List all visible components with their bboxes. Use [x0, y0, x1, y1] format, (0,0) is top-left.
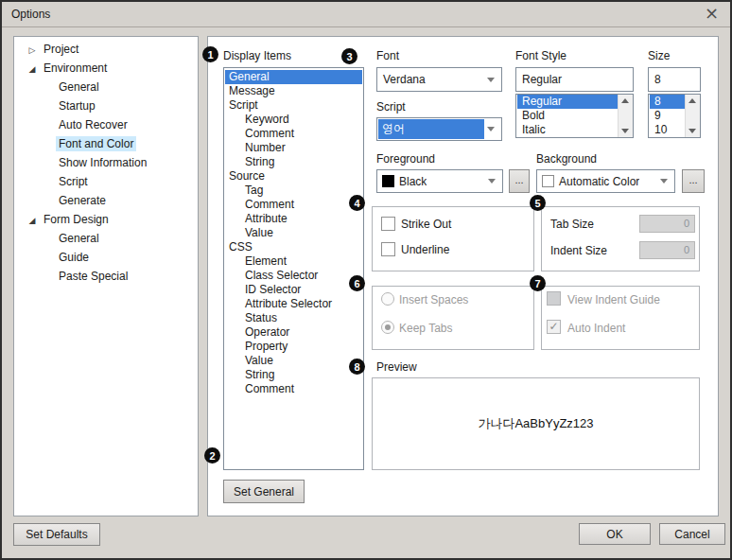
badge-4: 4 [349, 195, 365, 211]
chevron-down-icon [660, 179, 668, 184]
tree-item-form-design[interactable]: ◢Form Design [14, 210, 207, 229]
insert-spaces-label: Insert Spaces [399, 293, 468, 307]
list-option[interactable]: 9 [650, 109, 685, 123]
view-indent-guide-label: View Indent Guide [567, 293, 660, 307]
display-item[interactable]: Operator [225, 325, 362, 340]
script-select[interactable]: 영어 [376, 117, 502, 141]
display-item[interactable]: Value [225, 354, 362, 368]
scroll-up-icon[interactable] [688, 98, 696, 103]
display-item[interactable]: Value [225, 226, 362, 240]
ok-button[interactable]: OK [579, 523, 651, 545]
display-items-list[interactable]: GeneralMessageScriptKeywordCommentNumber… [223, 67, 364, 470]
tree-expanded-icon[interactable]: ◢ [24, 211, 41, 230]
chevron-down-icon [487, 127, 495, 131]
display-item[interactable]: Number [225, 141, 362, 155]
scroll-up-icon[interactable] [621, 98, 629, 103]
size-input[interactable]: 8 [648, 67, 701, 92]
font-style-input[interactable]: Regular [515, 67, 634, 92]
auto-indent-label: Auto Indent [567, 322, 625, 336]
list-option[interactable]: Italic [517, 123, 618, 137]
display-item[interactable]: Keyword [225, 113, 362, 127]
display-item[interactable]: String [225, 155, 362, 169]
font-style-scrollbar[interactable] [618, 95, 633, 137]
preview-sample-text: 가나다AaBbYyZz123 [478, 415, 593, 432]
display-item[interactable]: Comment [225, 127, 362, 141]
set-general-button[interactable]: Set General [223, 480, 305, 503]
scroll-down-icon[interactable] [621, 129, 629, 133]
font-style-value: Regular [516, 73, 562, 86]
underline-checkbox[interactable] [381, 242, 395, 256]
display-item[interactable]: Comment [225, 198, 362, 212]
strike-out-checkbox[interactable] [381, 217, 395, 231]
tree-expanded-icon[interactable]: ◢ [24, 60, 41, 79]
tree-item-label: Generate [56, 193, 109, 208]
display-item[interactable]: General [225, 70, 362, 84]
display-item[interactable]: Attribute Selector [225, 297, 362, 311]
view-indent-guide-checkbox[interactable] [547, 291, 561, 306]
display-item[interactable]: Status [225, 311, 362, 325]
font-family-value: Verdana [377, 73, 426, 86]
tree-item-general[interactable]: General [14, 229, 239, 248]
list-option[interactable]: 8 [650, 95, 685, 109]
chevron-down-icon [488, 179, 496, 184]
display-item[interactable]: Tag [225, 184, 362, 198]
preview-label: Preview [376, 360, 417, 375]
background-select[interactable]: Automatic Color [536, 169, 675, 193]
tree-item-show-information[interactable]: Show Information [14, 153, 239, 172]
font-family-select[interactable]: Verdana [376, 67, 502, 92]
close-icon[interactable]: × [705, 3, 719, 23]
scroll-down-icon[interactable] [688, 129, 696, 133]
background-browse-button[interactable]: ... [682, 169, 705, 193]
set-defaults-button[interactable]: Set Defaults [13, 523, 100, 546]
display-item[interactable]: Element [225, 254, 362, 269]
display-item[interactable]: Source [225, 169, 362, 184]
size-scrollbar[interactable] [685, 95, 700, 137]
auto-indent-checkbox[interactable]: ✓ [547, 320, 561, 334]
keep-tabs-label: Keep Tabs [399, 322, 453, 336]
keep-tabs-radio[interactable] [381, 321, 394, 334]
display-item[interactable]: Message [225, 84, 362, 98]
title-bar[interactable]: Options × [2, 2, 730, 27]
display-item[interactable]: Comment [225, 382, 362, 396]
tree-item-startup[interactable]: Startup [14, 96, 239, 115]
tree-item-auto-recover[interactable]: Auto Recover [14, 115, 239, 134]
tree-item-guide[interactable]: Guide [14, 248, 239, 267]
foreground-browse-button[interactable]: ... [509, 169, 530, 193]
tree-item-general[interactable]: General [14, 78, 239, 96]
cancel-button[interactable]: Cancel [659, 523, 725, 545]
tab-size-label: Tab Size [550, 218, 594, 232]
insert-spaces-radio[interactable] [381, 292, 394, 306]
display-item[interactable]: Script [225, 98, 362, 113]
tree-item-script[interactable]: Script [14, 172, 239, 191]
display-item[interactable]: Class Selector [225, 269, 362, 283]
list-option[interactable]: 10 [650, 123, 685, 137]
tree-item-project[interactable]: ▷Project [14, 40, 207, 59]
tree-collapsed-icon[interactable]: ▷ [24, 41, 41, 60]
cancel-label: Cancel [674, 528, 709, 541]
set-defaults-label: Set Defaults [26, 528, 87, 541]
tab-size-input[interactable]: 0 [639, 215, 695, 233]
chevron-down-icon [487, 78, 495, 82]
display-item[interactable]: String [225, 368, 362, 382]
tree-item-environment[interactable]: ◢Environment [14, 59, 207, 78]
size-label: Size [648, 49, 670, 63]
script-selected-fill: 영어 [378, 119, 484, 139]
foreground-select[interactable]: Black [376, 169, 503, 193]
tree-item-generate[interactable]: Generate [14, 191, 239, 210]
display-item[interactable]: CSS [225, 240, 362, 254]
display-item[interactable]: ID Selector [225, 283, 362, 297]
display-item[interactable]: Property [225, 340, 362, 354]
tree-item-font-and-color[interactable]: Font and Color [14, 134, 239, 153]
background-value: Automatic Color [554, 175, 639, 188]
tree-item-paste-special[interactable]: Paste Special [14, 267, 239, 286]
category-tree[interactable]: ▷Project◢EnvironmentGeneralStartupAuto R… [13, 36, 199, 516]
indent-size-input[interactable]: 0 [639, 241, 695, 259]
display-item[interactable]: Attribute [225, 212, 362, 226]
window-title: Options [11, 8, 50, 21]
list-option[interactable]: Regular [517, 95, 618, 109]
background-label: Background [536, 152, 597, 166]
tree-item-label: Paste Special [56, 269, 131, 284]
size-list[interactable]: 8910 [648, 94, 701, 138]
font-style-list[interactable]: RegularBoldItalic [515, 94, 634, 138]
list-option[interactable]: Bold [517, 109, 618, 123]
